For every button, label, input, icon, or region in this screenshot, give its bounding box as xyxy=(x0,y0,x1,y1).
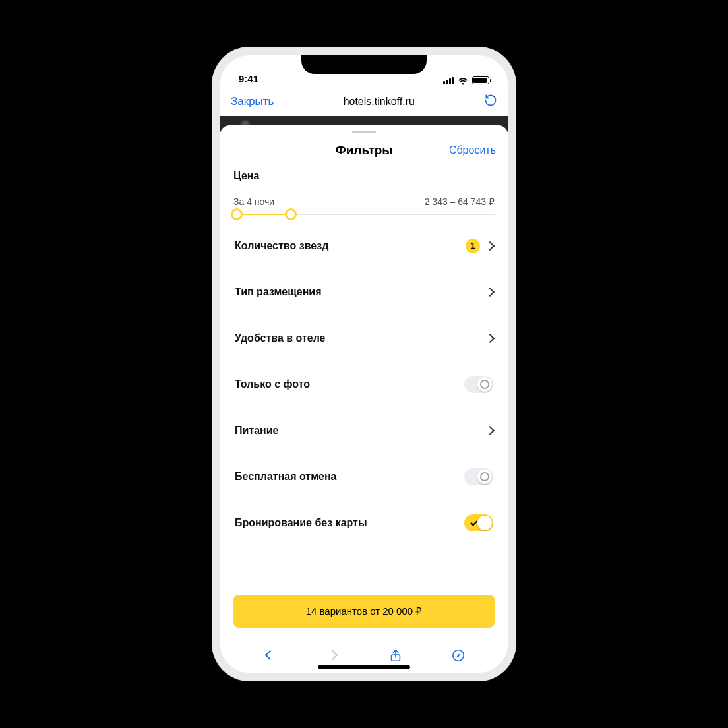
row-amenities[interactable]: Удобства в отеле xyxy=(233,315,495,361)
filters-sheet: Фильтры Сбросить Цена За 4 ночи 2 343 – … xyxy=(220,125,508,673)
sheet-header: Фильтры Сбросить xyxy=(220,136,508,165)
phone-frame: 9:41 Закрыть hotels.tinkoff.ru Фильтры С… xyxy=(212,47,516,681)
status-time: 9:41 xyxy=(239,73,258,84)
stars-badge: 1 xyxy=(466,239,480,253)
chevron-right-icon xyxy=(485,241,495,251)
chevron-right-icon xyxy=(485,288,495,297)
reset-button[interactable]: Сбросить xyxy=(449,144,496,156)
nights-label: За 4 ночи xyxy=(233,197,274,207)
photo-only-toggle[interactable] xyxy=(464,376,493,393)
amenities-label: Удобства в отеле xyxy=(235,332,326,344)
price-label: Цена xyxy=(233,170,495,182)
stars-label: Количество звезд xyxy=(235,240,328,252)
status-icons xyxy=(443,76,490,84)
apply-filters-button[interactable]: 14 вариантов от 20 000 ₽ xyxy=(233,595,495,628)
device-notch xyxy=(301,55,427,74)
price-section: Цена За 4 ночи 2 343 – 64 743 ₽ xyxy=(233,170,495,215)
sheet-body: Цена За 4 ночи 2 343 – 64 743 ₽ Количест… xyxy=(220,165,508,587)
row-accommodation-type[interactable]: Тип размещения xyxy=(233,269,495,315)
row-photo-only: Только с фото xyxy=(233,361,495,408)
safari-compass-button[interactable] xyxy=(451,648,466,663)
sheet-title: Фильтры xyxy=(335,143,392,158)
battery-icon xyxy=(472,76,489,84)
share-button[interactable] xyxy=(388,648,403,663)
row-free-cancel: Бесплатная отмена xyxy=(233,454,495,500)
nav-back-button[interactable] xyxy=(263,648,278,663)
chevron-right-icon xyxy=(485,426,495,435)
price-range-row: За 4 ночи 2 343 – 64 743 ₽ xyxy=(233,197,495,207)
address-bar-url[interactable]: hotels.tinkoff.ru xyxy=(344,96,415,107)
chevron-right-icon xyxy=(485,334,495,343)
stars-right: 1 xyxy=(466,239,493,253)
price-slider-thumb-min[interactable] xyxy=(231,208,243,220)
row-meals[interactable]: Питание xyxy=(233,408,495,454)
row-stars[interactable]: Количество звезд 1 xyxy=(233,223,495,269)
no-card-toggle[interactable] xyxy=(464,514,493,531)
sheet-grab-handle[interactable] xyxy=(352,131,376,133)
price-slider[interactable] xyxy=(233,214,495,215)
home-indicator[interactable] xyxy=(318,665,410,669)
close-button[interactable]: Закрыть xyxy=(231,95,274,108)
free-cancel-label: Бесплатная отмена xyxy=(235,471,337,483)
wifi-icon xyxy=(458,76,468,84)
reload-button[interactable] xyxy=(484,94,497,110)
type-label: Тип размещения xyxy=(235,286,322,298)
nav-forward-button[interactable] xyxy=(326,648,340,663)
row-no-card: Бронирование без карты xyxy=(233,500,495,546)
browser-toolbar: Закрыть hotels.tinkoff.ru xyxy=(220,87,508,116)
photo-only-label: Только с фото xyxy=(235,379,310,390)
meals-label: Питание xyxy=(235,425,278,437)
no-card-label: Бронирование без карты xyxy=(235,517,367,529)
cellular-icon xyxy=(443,76,454,84)
price-range-value: 2 343 – 64 743 ₽ xyxy=(425,197,495,207)
free-cancel-toggle[interactable] xyxy=(464,468,493,485)
price-slider-thumb-max[interactable] xyxy=(285,208,297,220)
